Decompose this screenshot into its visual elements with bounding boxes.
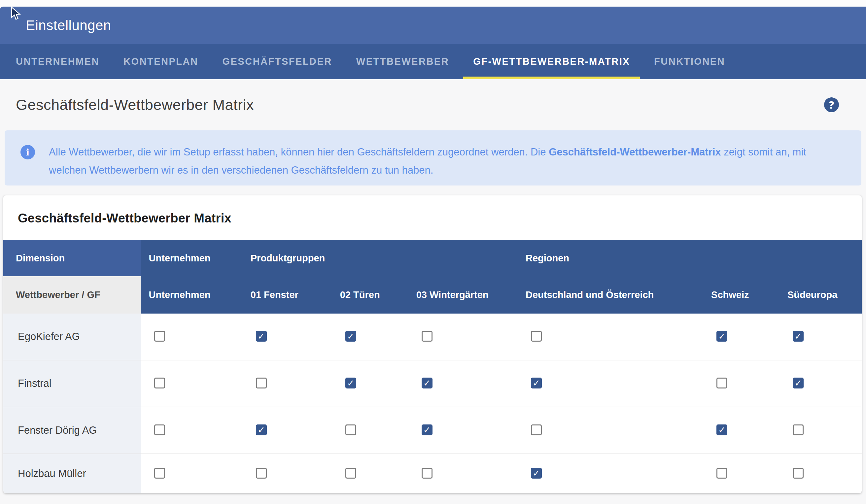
checkbox-holzbau-muller-01-fenster[interactable]: [256, 468, 267, 479]
matrix-cell: [332, 360, 408, 407]
matrix-card: Geschäftsfeld-Wettbewerber Matrix Dimens…: [3, 195, 862, 493]
checkbox-finstral-deutschland-und-osterreich[interactable]: [531, 378, 542, 389]
checkbox-finstral-unternehmen[interactable]: [154, 378, 165, 389]
matrix-cell: [332, 454, 408, 493]
matrix-cell: [703, 314, 779, 360]
checkbox-finstral-02-turen[interactable]: [345, 378, 356, 389]
matrix-table: Dimension UnternehmenProduktgruppenRegio…: [3, 240, 862, 493]
row-label: Finstral: [3, 360, 141, 407]
matrix-cell: [518, 454, 703, 493]
matrix-cell: [243, 314, 332, 360]
matrix-cell: [779, 360, 862, 407]
row-label: EgoKiefer AG: [3, 314, 141, 360]
tab-wettbewerber[interactable]: Wettbewerber: [346, 44, 459, 79]
matrix-cell: [703, 360, 779, 407]
column-header-sudeuropa: Südeuropa: [779, 276, 862, 314]
info-text-bold: Geschäftsfeld-Wettbewerber-Matrix: [549, 146, 721, 158]
checkbox-egokiefer-ag-unternehmen[interactable]: [154, 331, 165, 341]
app-title: Einstellungen: [26, 18, 111, 33]
tab-unternehmen[interactable]: Unternehmen: [6, 44, 109, 79]
checkbox-fenster-dorig-ag-02-turen[interactable]: [345, 424, 356, 435]
info-icon: i: [21, 145, 35, 159]
checkbox-fenster-dorig-ag-deutschland-und-osterreich[interactable]: [531, 424, 542, 435]
matrix-cell: [243, 360, 332, 407]
column-header-01-fenster: 01 Fenster: [243, 276, 332, 314]
checkbox-egokiefer-ag-deutschland-und-osterreich[interactable]: [531, 331, 542, 341]
matrix-cell: [779, 454, 862, 493]
table-row-fenster-dorig-ag: Fenster Dörig AG: [3, 407, 862, 454]
matrix-cell: [141, 454, 243, 493]
page-title: Geschäftsfeld-Wettbewerber Matrix: [16, 97, 254, 113]
group-header-unternehmen: Unternehmen: [141, 240, 243, 276]
column-header-schweiz: Schweiz: [703, 276, 779, 314]
column-header-row: Wettbewerber / GF Unternehmen01 Fenster0…: [3, 276, 862, 314]
checkbox-finstral-schweiz[interactable]: [717, 378, 727, 389]
matrix-cell: [518, 360, 703, 407]
checkbox-holzbau-muller-schweiz[interactable]: [717, 468, 727, 479]
column-header-deutschland-und-osterreich: Deutschland und Österreich: [518, 276, 703, 314]
checkbox-finstral-03-wintergarten[interactable]: [422, 378, 433, 389]
matrix-cell: [332, 314, 408, 360]
column-header-03-wintergarten: 03 Wintergärten: [408, 276, 518, 314]
info-banner: i Alle Wettbewerber, die wir im Setup er…: [4, 130, 862, 186]
table-row-egokiefer-ag: EgoKiefer AG: [3, 314, 862, 360]
info-banner-text: Alle Wettbewerber, die wir im Setup erfa…: [49, 143, 825, 179]
checkbox-holzbau-muller-deutschland-und-osterreich[interactable]: [531, 468, 542, 479]
checkbox-finstral-01-fenster[interactable]: [256, 378, 267, 389]
tab-gf-wettbewerber-matrix[interactable]: GF-Wettbewerber-Matrix: [463, 44, 640, 79]
matrix-cell: [518, 407, 703, 454]
checkbox-fenster-dorig-ag-schweiz[interactable]: [717, 424, 727, 435]
checkbox-egokiefer-ag-sudeuropa[interactable]: [793, 331, 803, 341]
info-text-part1: Alle Wettbewerber, die wir im Setup erfa…: [49, 146, 549, 158]
checkbox-fenster-dorig-ag-sudeuropa[interactable]: [793, 424, 803, 435]
app-bar: Einstellungen: [0, 7, 866, 44]
tab-funktionen[interactable]: Funktionen: [644, 44, 735, 79]
matrix-cell: [703, 407, 779, 454]
matrix-cell: [408, 360, 518, 407]
group-header-regionen: Regionen: [518, 240, 862, 276]
checkbox-holzbau-muller-sudeuropa[interactable]: [793, 468, 803, 479]
dimension-header-row: Dimension UnternehmenProduktgruppenRegio…: [3, 240, 862, 276]
row-label: Fenster Dörig AG: [3, 407, 141, 454]
matrix-cell: [779, 314, 862, 360]
matrix-cell: [141, 360, 243, 407]
checkbox-finstral-sudeuropa[interactable]: [793, 378, 803, 389]
checkbox-egokiefer-ag-03-wintergarten[interactable]: [422, 331, 433, 341]
matrix-cell: [408, 454, 518, 493]
column-header-02-turen: 02 Türen: [332, 276, 408, 314]
checkbox-holzbau-muller-02-turen[interactable]: [345, 468, 356, 479]
matrix-cell: [243, 454, 332, 493]
checkbox-holzbau-muller-03-wintergarten[interactable]: [422, 468, 433, 479]
tab-kontenplan[interactable]: Kontenplan: [113, 44, 208, 79]
matrix-cell: [141, 314, 243, 360]
tab-bar: UnternehmenKontenplanGeschäftsfelderWett…: [0, 44, 866, 79]
table-row-finstral: Finstral: [3, 360, 862, 407]
matrix-table-body: EgoKiefer AGFinstralFenster Dörig AGHolz…: [3, 314, 862, 493]
matrix-cell: [141, 407, 243, 454]
mouse-cursor-icon: [10, 7, 22, 21]
checkbox-fenster-dorig-ag-03-wintergarten[interactable]: [422, 424, 433, 435]
checkbox-egokiefer-ag-02-turen[interactable]: [345, 331, 356, 341]
tab-geschaftsfelder[interactable]: Geschäftsfelder: [212, 44, 342, 79]
matrix-cell: [779, 407, 862, 454]
matrix-card-title: Geschäftsfeld-Wettbewerber Matrix: [3, 195, 862, 240]
matrix-cell: [408, 314, 518, 360]
page-header: Geschäftsfeld-Wettbewerber Matrix ?: [0, 79, 866, 130]
table-row-holzbau-muller: Holzbau Müller: [3, 454, 862, 493]
dimension-header-label: Dimension: [3, 240, 141, 276]
checkbox-fenster-dorig-ag-unternehmen[interactable]: [154, 424, 165, 435]
checkbox-fenster-dorig-ag-01-fenster[interactable]: [256, 424, 267, 435]
matrix-cell: [408, 407, 518, 454]
window-top-strip: [0, 0, 866, 7]
row-label: Holzbau Müller: [3, 454, 141, 493]
matrix-cell: [243, 407, 332, 454]
checkbox-egokiefer-ag-01-fenster[interactable]: [256, 331, 267, 341]
checkbox-holzbau-muller-unternehmen[interactable]: [154, 468, 165, 479]
column-header-wettbewerber-gf: Wettbewerber / GF: [3, 276, 141, 314]
column-header-unternehmen: Unternehmen: [141, 276, 243, 314]
matrix-cell: [703, 454, 779, 493]
checkbox-egokiefer-ag-schweiz[interactable]: [717, 331, 727, 341]
group-header-produktgruppen: Produktgruppen: [243, 240, 518, 276]
help-icon[interactable]: ?: [824, 97, 839, 112]
matrix-cell: [518, 314, 703, 360]
